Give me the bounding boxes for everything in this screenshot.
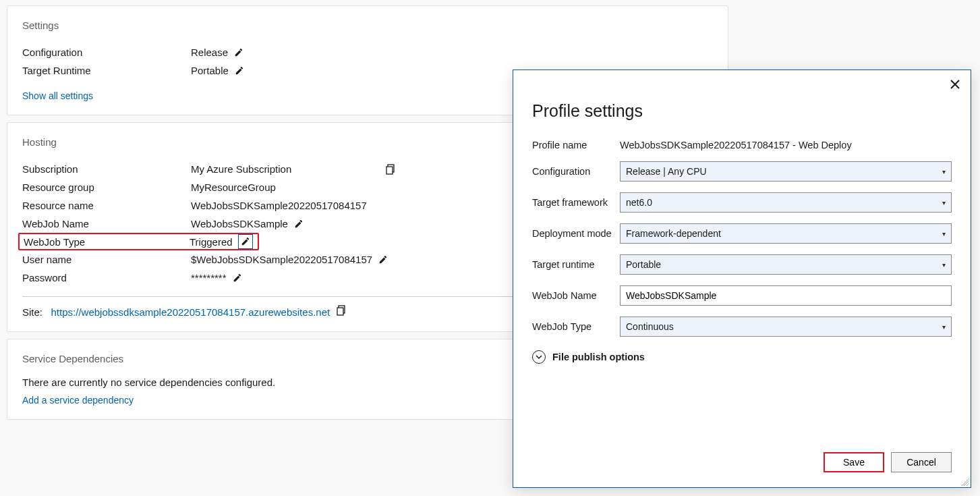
- wjname-label-dlg: WebJob Name: [532, 290, 620, 301]
- tf-select-value: net6.0: [626, 197, 652, 208]
- dialog-title: Profile settings: [532, 101, 952, 121]
- cancel-button[interactable]: Cancel: [891, 452, 952, 472]
- file-publish-options-expander[interactable]: File publish options: [532, 350, 952, 364]
- target-runtime-select[interactable]: Portable ▾: [620, 254, 952, 275]
- svg-rect-3: [337, 308, 343, 315]
- uname-value: $WebJobsSDKSample20220517084157: [191, 254, 372, 265]
- config-label: Configuration: [532, 166, 620, 177]
- chevron-down-icon: ▾: [942, 230, 946, 238]
- webjob-type-row-dialog: WebJob Type Continuous ▾: [532, 316, 952, 337]
- chevron-down-circle-icon: [532, 350, 546, 364]
- uname-label: User name: [22, 254, 191, 265]
- deployment-mode-row: Deployment mode Framework-dependent ▾: [532, 223, 952, 244]
- profile-name-label: Profile name: [532, 140, 620, 150]
- subscription-value: My Azure Subscription: [191, 163, 291, 175]
- chevron-down-icon: ▾: [942, 199, 946, 206]
- target-framework-row: Target framework net6.0 ▾: [532, 192, 952, 213]
- expander-label: File publish options: [552, 352, 645, 362]
- close-button[interactable]: [950, 80, 960, 89]
- tf-label: Target framework: [532, 197, 620, 208]
- chevron-down-icon: ▾: [942, 168, 946, 175]
- copy-icon[interactable]: [386, 164, 397, 175]
- wjtype-value: Triggered: [190, 236, 233, 248]
- tr-label: Target runtime: [532, 259, 620, 270]
- resize-grip[interactable]: [961, 478, 969, 486]
- target-framework-select[interactable]: net6.0 ▾: [620, 192, 952, 213]
- tr-select-value: Portable: [626, 259, 661, 270]
- pencil-icon[interactable]: [293, 219, 304, 229]
- config-select-value: Release | Any CPU: [626, 166, 707, 177]
- target-runtime-row: Target runtime Portable ▾: [532, 254, 952, 275]
- webjob-name-input[interactable]: [620, 285, 952, 306]
- pencil-icon[interactable]: [234, 65, 245, 76]
- settings-title: Settings: [22, 20, 713, 31]
- svg-rect-1: [386, 167, 393, 174]
- rg-label: Resource group: [22, 182, 191, 193]
- profile-settings-dialog: Profile settings Profile name WebJobsSDK…: [513, 70, 971, 488]
- subscription-label: Subscription: [22, 163, 191, 175]
- dm-label: Deployment mode: [532, 228, 620, 239]
- wjtype-select-value: Continuous: [626, 321, 674, 332]
- copy-icon[interactable]: [337, 305, 347, 316]
- wjname-label: WebJob Name: [22, 218, 191, 229]
- runtime-label: Target Runtime: [22, 65, 191, 76]
- configuration-select[interactable]: Release | Any CPU ▾: [620, 161, 952, 182]
- pencil-icon[interactable]: [232, 273, 243, 283]
- wjtype-label: WebJob Type: [24, 236, 190, 248]
- pwd-label: Password: [22, 272, 191, 283]
- webjob-name-row-dialog: WebJob Name: [532, 285, 952, 306]
- configuration-value: Release: [191, 47, 228, 58]
- dm-select-value: Framework-dependent: [626, 228, 721, 239]
- configuration-label: Configuration: [22, 47, 191, 58]
- profile-name-value: WebJobsSDKSample20220517084157 - Web Dep…: [620, 140, 852, 150]
- deployment-mode-select[interactable]: Framework-dependent ▾: [620, 223, 952, 244]
- wjname-value: WebJobsSDKSample: [191, 218, 288, 229]
- site-label: Site:: [22, 306, 42, 318]
- wjtype-label-dlg: WebJob Type: [532, 321, 620, 332]
- runtime-value: Portable: [191, 65, 229, 76]
- site-url-link[interactable]: https://webjobssdksample20220517084157.a…: [51, 306, 330, 318]
- pencil-icon[interactable]: [233, 47, 244, 58]
- dialog-buttons: Save Cancel: [532, 452, 952, 474]
- configuration-row: Configuration Release | Any CPU ▾: [532, 161, 952, 182]
- pencil-icon[interactable]: [238, 234, 253, 249]
- rname-value: WebJobsSDKSample20220517084157: [191, 200, 367, 211]
- pencil-icon[interactable]: [378, 254, 388, 265]
- save-button[interactable]: Save: [824, 452, 884, 472]
- chevron-down-icon: ▾: [942, 261, 946, 269]
- rg-value: MyResourceGroup: [191, 182, 276, 193]
- webjob-type-select[interactable]: Continuous ▾: [620, 316, 952, 337]
- add-dependency-link[interactable]: Add a service dependency: [22, 395, 134, 406]
- settings-configuration-row: Configuration Release: [22, 43, 713, 61]
- rname-label: Resource name: [22, 200, 191, 211]
- webjob-type-row-highlighted: WebJob Type Triggered: [18, 233, 259, 250]
- show-all-settings-link[interactable]: Show all settings: [22, 90, 93, 101]
- profile-name-row: Profile name WebJobsSDKSample20220517084…: [532, 140, 952, 150]
- pwd-value: *********: [191, 272, 227, 283]
- chevron-down-icon: ▾: [942, 323, 946, 331]
